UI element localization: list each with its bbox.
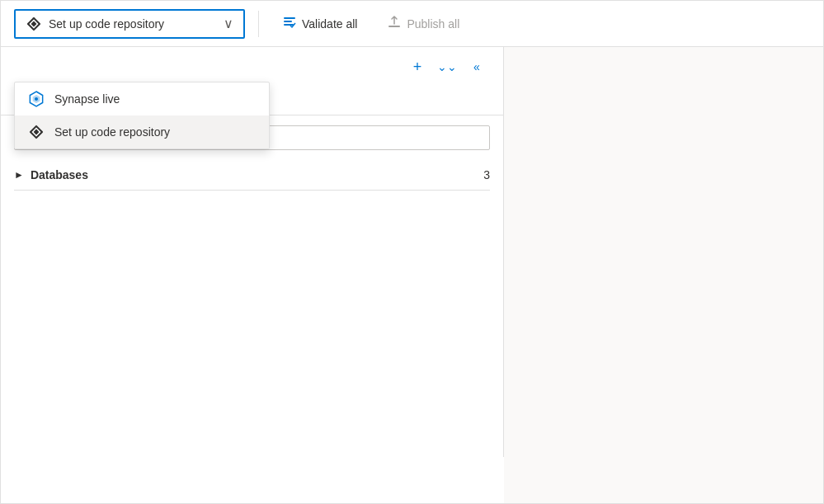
- dropdown-item-setup-repo[interactable]: Set up code repository: [15, 115, 269, 148]
- right-panel: [504, 47, 823, 503]
- toolbar: Set up code repository ∨ Validate all: [1, 1, 823, 47]
- chevron-down-icon: ∨: [224, 16, 233, 31]
- validate-all-label: Validate all: [302, 17, 357, 31]
- expand-icon: ►: [14, 169, 24, 181]
- section-left: ► Databases: [14, 168, 88, 181]
- left-panel: + ⌄⌄ « Linked 🔍: [1, 47, 504, 457]
- collapse-all-icon: ⌄⌄: [437, 60, 457, 73]
- git-diamond-icon-menu: [28, 124, 45, 140]
- collapse-icon: «: [473, 60, 480, 73]
- synapse-live-label: Synapse live: [54, 92, 120, 106]
- resource-section-databases: ► Databases 3: [14, 160, 490, 191]
- collapse-panel-button[interactable]: «: [464, 54, 490, 80]
- synapse-icon: [28, 91, 45, 107]
- svg-rect-4: [284, 21, 292, 22]
- git-diamond-icon: [26, 16, 42, 32]
- publish-icon: [387, 15, 402, 33]
- repo-dropdown-label: Set up code repository: [49, 17, 217, 31]
- toolbar-divider: [258, 11, 259, 37]
- repo-dropdown[interactable]: Set up code repository ∨: [14, 9, 245, 39]
- setup-repo-label: Set up code repository: [54, 125, 170, 139]
- main-container: Set up code repository ∨ Validate all: [0, 0, 824, 504]
- validate-icon: [282, 15, 297, 33]
- svg-point-9: [35, 97, 38, 101]
- resource-list: ► Databases 3: [1, 160, 503, 191]
- validate-all-button[interactable]: Validate all: [272, 10, 367, 38]
- svg-rect-6: [388, 26, 400, 27]
- collapse-all-button[interactable]: ⌄⌄: [434, 54, 460, 80]
- svg-rect-5: [284, 24, 294, 26]
- publish-all-label: Publish all: [407, 17, 459, 31]
- add-resource-button[interactable]: +: [404, 54, 431, 80]
- databases-header[interactable]: ► Databases 3: [14, 168, 490, 181]
- databases-label: Databases: [31, 168, 88, 181]
- add-icon: +: [413, 59, 422, 76]
- databases-count: 3: [483, 168, 490, 181]
- svg-rect-3: [284, 17, 295, 19]
- dropdown-item-synapse-live[interactable]: Synapse live: [15, 82, 269, 115]
- panel-actions: + ⌄⌄ «: [1, 47, 503, 87]
- dropdown-menu: Synapse live Set up code repository: [14, 82, 270, 149]
- publish-all-button[interactable]: Publish all: [377, 10, 469, 38]
